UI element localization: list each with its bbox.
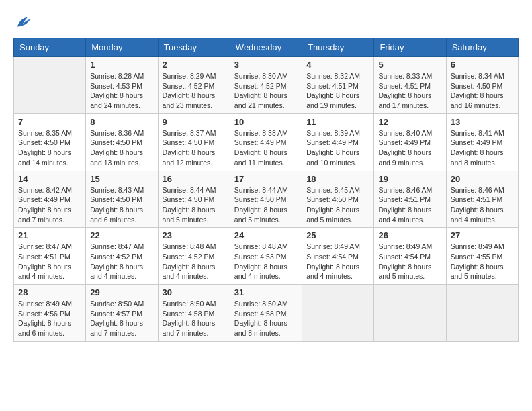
calendar-cell: 9Sunrise: 8:37 AMSunset: 4:50 PMDaylight…	[158, 113, 230, 171]
day-number: 31	[234, 287, 298, 298]
day-info: Sunrise: 8:43 AMSunset: 4:50 PMDaylight:…	[90, 185, 153, 225]
day-info: Sunrise: 8:49 AMSunset: 4:54 PMDaylight:…	[306, 242, 369, 281]
calendar-week-5: 28Sunrise: 8:49 AMSunset: 4:56 PMDayligh…	[14, 285, 519, 342]
calendar-week-3: 14Sunrise: 8:42 AMSunset: 4:49 PMDayligh…	[14, 171, 519, 228]
day-number: 6	[451, 60, 514, 70]
day-header-sunday: Sunday	[14, 38, 86, 57]
day-number: 11	[306, 117, 369, 127]
day-number: 16	[163, 174, 226, 184]
calendar-cell: 21Sunrise: 8:47 AMSunset: 4:51 PMDayligh…	[14, 228, 86, 285]
day-header-monday: Monday	[86, 38, 158, 57]
day-info: Sunrise: 8:48 AMSunset: 4:52 PMDaylight:…	[163, 242, 226, 281]
day-info: Sunrise: 8:40 AMSunset: 4:49 PMDaylight:…	[378, 128, 441, 168]
calendar-cell: 7Sunrise: 8:35 AMSunset: 4:50 PMDaylight…	[14, 113, 86, 171]
calendar-cell: 29Sunrise: 8:50 AMSunset: 4:57 PMDayligh…	[86, 285, 158, 342]
day-number: 5	[378, 60, 441, 70]
day-info: Sunrise: 8:49 AMSunset: 4:55 PMDaylight:…	[451, 242, 514, 281]
day-number: 20	[451, 174, 514, 184]
calendar-table: SundayMondayTuesdayWednesdayThursdayFrid…	[13, 38, 519, 342]
day-number: 26	[378, 230, 441, 240]
day-info: Sunrise: 8:34 AMSunset: 4:50 PMDaylight:…	[451, 71, 514, 111]
day-number: 2	[163, 60, 226, 70]
day-number: 10	[234, 117, 298, 127]
calendar-header-row: SundayMondayTuesdayWednesdayThursdayFrid…	[14, 38, 519, 57]
day-header-wednesday: Wednesday	[230, 38, 302, 57]
calendar-cell: 6Sunrise: 8:34 AMSunset: 4:50 PMDaylight…	[446, 57, 518, 114]
day-header-tuesday: Tuesday	[158, 38, 230, 57]
calendar-cell: 15Sunrise: 8:43 AMSunset: 4:50 PMDayligh…	[86, 171, 158, 228]
day-number: 22	[90, 230, 153, 240]
day-number: 15	[90, 174, 153, 184]
day-number: 28	[18, 287, 81, 298]
calendar-cell: 16Sunrise: 8:44 AMSunset: 4:50 PMDayligh…	[158, 171, 230, 228]
day-number: 29	[90, 287, 153, 298]
day-info: Sunrise: 8:29 AMSunset: 4:52 PMDaylight:…	[163, 71, 226, 111]
day-number: 19	[378, 174, 441, 184]
day-info: Sunrise: 8:47 AMSunset: 4:52 PMDaylight:…	[90, 242, 153, 281]
calendar-cell: 12Sunrise: 8:40 AMSunset: 4:49 PMDayligh…	[374, 113, 446, 171]
calendar-cell: 13Sunrise: 8:41 AMSunset: 4:49 PMDayligh…	[446, 113, 518, 171]
day-number: 14	[18, 174, 81, 184]
day-number: 23	[163, 230, 226, 240]
day-info: Sunrise: 8:37 AMSunset: 4:50 PMDaylight:…	[163, 128, 226, 168]
day-info: Sunrise: 8:32 AMSunset: 4:51 PMDaylight:…	[306, 71, 369, 111]
day-header-thursday: Thursday	[302, 38, 374, 57]
day-number: 21	[18, 230, 81, 240]
day-number: 24	[234, 230, 298, 240]
day-number: 4	[306, 60, 369, 70]
day-number: 27	[451, 230, 514, 240]
day-number: 9	[163, 117, 226, 127]
day-number: 8	[90, 117, 153, 127]
day-info: Sunrise: 8:30 AMSunset: 4:52 PMDaylight:…	[234, 71, 298, 111]
day-number: 18	[306, 174, 369, 184]
day-info: Sunrise: 8:44 AMSunset: 4:50 PMDaylight:…	[163, 185, 226, 225]
day-info: Sunrise: 8:50 AMSunset: 4:58 PMDaylight:…	[234, 299, 298, 338]
calendar-cell: 17Sunrise: 8:44 AMSunset: 4:50 PMDayligh…	[230, 171, 302, 228]
day-info: Sunrise: 8:50 AMSunset: 4:57 PMDaylight:…	[90, 299, 153, 338]
calendar-cell: 24Sunrise: 8:48 AMSunset: 4:53 PMDayligh…	[230, 228, 302, 285]
day-info: Sunrise: 8:35 AMSunset: 4:50 PMDaylight:…	[18, 128, 81, 168]
day-info: Sunrise: 8:44 AMSunset: 4:50 PMDaylight:…	[234, 185, 298, 225]
day-info: Sunrise: 8:49 AMSunset: 4:54 PMDaylight:…	[378, 242, 441, 281]
calendar-cell: 28Sunrise: 8:49 AMSunset: 4:56 PMDayligh…	[14, 285, 86, 342]
calendar-cell: 11Sunrise: 8:39 AMSunset: 4:49 PMDayligh…	[302, 113, 374, 171]
day-number: 30	[163, 287, 226, 298]
calendar-week-1: 1Sunrise: 8:28 AMSunset: 4:53 PMDaylight…	[14, 57, 519, 114]
day-number: 17	[234, 174, 298, 184]
calendar-week-2: 7Sunrise: 8:35 AMSunset: 4:50 PMDaylight…	[14, 113, 519, 171]
day-number: 1	[90, 60, 153, 70]
day-info: Sunrise: 8:45 AMSunset: 4:50 PMDaylight:…	[306, 185, 369, 225]
calendar-cell: 5Sunrise: 8:33 AMSunset: 4:51 PMDaylight…	[374, 57, 446, 114]
calendar-cell: 25Sunrise: 8:49 AMSunset: 4:54 PMDayligh…	[302, 228, 374, 285]
day-info: Sunrise: 8:46 AMSunset: 4:51 PMDaylight:…	[378, 185, 441, 225]
calendar-cell	[446, 285, 518, 342]
calendar-cell: 4Sunrise: 8:32 AMSunset: 4:51 PMDaylight…	[302, 57, 374, 114]
calendar-cell: 20Sunrise: 8:46 AMSunset: 4:51 PMDayligh…	[446, 171, 518, 228]
day-info: Sunrise: 8:47 AMSunset: 4:51 PMDaylight:…	[18, 242, 81, 281]
calendar-cell: 14Sunrise: 8:42 AMSunset: 4:49 PMDayligh…	[14, 171, 86, 228]
day-info: Sunrise: 8:39 AMSunset: 4:49 PMDaylight:…	[306, 128, 369, 168]
day-number: 3	[234, 60, 298, 70]
calendar-cell: 26Sunrise: 8:49 AMSunset: 4:54 PMDayligh…	[374, 228, 446, 285]
day-info: Sunrise: 8:46 AMSunset: 4:51 PMDaylight:…	[451, 185, 514, 225]
day-info: Sunrise: 8:38 AMSunset: 4:49 PMDaylight:…	[234, 128, 298, 168]
day-number: 25	[306, 230, 369, 240]
day-info: Sunrise: 8:36 AMSunset: 4:50 PMDaylight:…	[90, 128, 153, 168]
calendar-cell: 3Sunrise: 8:30 AMSunset: 4:52 PMDaylight…	[230, 57, 302, 114]
page-header	[13, 13, 519, 32]
calendar-cell: 8Sunrise: 8:36 AMSunset: 4:50 PMDaylight…	[86, 113, 158, 171]
calendar-week-4: 21Sunrise: 8:47 AMSunset: 4:51 PMDayligh…	[14, 228, 519, 285]
calendar-cell: 10Sunrise: 8:38 AMSunset: 4:49 PMDayligh…	[230, 113, 302, 171]
day-info: Sunrise: 8:41 AMSunset: 4:49 PMDaylight:…	[451, 128, 514, 168]
calendar-cell: 27Sunrise: 8:49 AMSunset: 4:55 PMDayligh…	[446, 228, 518, 285]
day-info: Sunrise: 8:42 AMSunset: 4:49 PMDaylight:…	[18, 185, 81, 225]
day-info: Sunrise: 8:28 AMSunset: 4:53 PMDaylight:…	[90, 71, 153, 111]
calendar-cell: 22Sunrise: 8:47 AMSunset: 4:52 PMDayligh…	[86, 228, 158, 285]
logo	[13, 13, 35, 32]
calendar-cell: 30Sunrise: 8:50 AMSunset: 4:58 PMDayligh…	[158, 285, 230, 342]
calendar-cell	[302, 285, 374, 342]
calendar-cell: 31Sunrise: 8:50 AMSunset: 4:58 PMDayligh…	[230, 285, 302, 342]
day-info: Sunrise: 8:33 AMSunset: 4:51 PMDaylight:…	[378, 71, 441, 111]
day-number: 12	[378, 117, 441, 127]
calendar-cell: 18Sunrise: 8:45 AMSunset: 4:50 PMDayligh…	[302, 171, 374, 228]
